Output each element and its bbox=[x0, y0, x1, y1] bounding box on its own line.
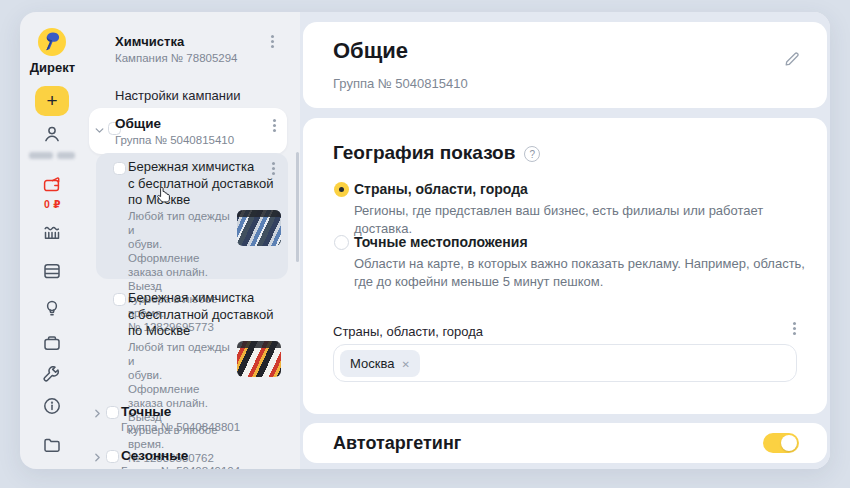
radio-exact-locations[interactable] bbox=[334, 235, 349, 250]
nav-tools-button[interactable] bbox=[42, 366, 62, 386]
ad-menu-button[interactable] bbox=[266, 160, 280, 176]
autotargeting-title: Автотаргетинг bbox=[333, 433, 461, 454]
nav-library-button[interactable] bbox=[42, 435, 62, 455]
nav-rail: Директ 0 ₽ bbox=[20, 12, 85, 469]
nav-recommendations-button[interactable] bbox=[42, 298, 62, 318]
info-icon bbox=[42, 396, 62, 416]
radio-exact-locations-label[interactable]: Точные местоположения bbox=[354, 234, 528, 250]
page-subtitle: Группа № 5040815410 bbox=[333, 76, 468, 91]
region-chip: Москва bbox=[340, 350, 420, 377]
chart-wave-icon bbox=[42, 223, 62, 243]
panel-scrollbar[interactable] bbox=[296, 152, 299, 262]
ad-thumbnail bbox=[237, 341, 281, 377]
nav-info-button[interactable] bbox=[42, 396, 62, 416]
regions-input[interactable]: Москва bbox=[333, 344, 797, 382]
plus-icon bbox=[46, 91, 57, 111]
radio-exact-locations-desc: Области на карте, в которых важно показа… bbox=[354, 255, 824, 291]
group-number: Группа № 5040849104 bbox=[121, 465, 240, 469]
campaign-title: Химчистка bbox=[115, 34, 184, 49]
nav-profile-button[interactable] bbox=[42, 124, 62, 144]
section-title: География показов bbox=[333, 142, 515, 164]
chip-remove-icon[interactable] bbox=[401, 357, 409, 370]
rows-icon bbox=[42, 261, 62, 281]
direct-logo-icon[interactable] bbox=[37, 27, 67, 57]
group-title: Общие bbox=[115, 116, 161, 131]
wallet-icon bbox=[42, 175, 62, 195]
group-header-card: Общие Группа № 5040815410 bbox=[303, 22, 827, 108]
brand-label: Директ bbox=[20, 60, 85, 75]
nav-wallet-button[interactable] bbox=[42, 175, 62, 195]
region-chip-label: Москва bbox=[350, 356, 394, 371]
campaign-number: Кампания № 78805294 bbox=[115, 52, 238, 64]
chevron-right-icon[interactable] bbox=[92, 452, 103, 463]
ad-title[interactable]: Бережная химчистка с бесплатной доставко… bbox=[128, 159, 274, 209]
pencil-icon bbox=[783, 50, 801, 68]
account-name-blurred bbox=[29, 152, 75, 159]
ad-item[interactable]: Бережная химчистка с бесплатной доставко… bbox=[96, 153, 288, 279]
ad-checkbox[interactable] bbox=[113, 293, 126, 306]
regions-field-menu-button[interactable] bbox=[787, 320, 801, 336]
ad-title[interactable]: Бережная химчистка с бесплатной доставко… bbox=[128, 290, 274, 340]
wallet-balance: 0 ₽ bbox=[20, 198, 85, 210]
chevron-down-icon[interactable] bbox=[94, 125, 105, 136]
chevron-right-icon[interactable] bbox=[92, 408, 103, 419]
group-title[interactable]: Сезонные bbox=[121, 448, 188, 463]
direct-logo-glyph bbox=[37, 27, 67, 57]
briefcase-icon bbox=[42, 333, 62, 353]
campaign-panel: Химчистка Кампания № 78805294 Настройки … bbox=[85, 12, 300, 469]
person-icon bbox=[42, 124, 62, 144]
ad-item[interactable]: Бережная химчистка с бесплатной доставко… bbox=[96, 284, 288, 410]
ad-thumbnail bbox=[237, 210, 281, 246]
radio-regions-label[interactable]: Страны, области, города bbox=[354, 181, 528, 197]
group-number: Группа № 5040815410 bbox=[115, 134, 234, 146]
create-campaign-button[interactable] bbox=[35, 86, 69, 116]
autotargeting-toggle[interactable] bbox=[763, 433, 799, 453]
app-window: Директ 0 ₽ bbox=[20, 12, 830, 469]
nav-products-button[interactable] bbox=[42, 333, 62, 353]
group-menu-button[interactable] bbox=[267, 117, 281, 133]
lightbulb-icon bbox=[42, 298, 62, 318]
page-title: Общие bbox=[333, 38, 408, 64]
nav-campaigns-button[interactable] bbox=[42, 261, 62, 281]
radio-regions[interactable] bbox=[334, 182, 349, 197]
group-number: Группа № 5040848801 bbox=[121, 421, 240, 433]
nav-statistics-button[interactable] bbox=[42, 223, 62, 243]
geography-card: География показов Страны, области, город… bbox=[303, 118, 827, 414]
main-content: Общие Группа № 5040815410 География пока… bbox=[300, 12, 830, 469]
autotargeting-card: Автотаргетинг bbox=[303, 423, 827, 463]
group-checkbox[interactable] bbox=[106, 450, 119, 463]
group-item-selected[interactable]: Общие Группа № 5040815410 bbox=[89, 108, 287, 154]
help-icon[interactable] bbox=[524, 146, 540, 162]
regions-field-label: Страны, области, города bbox=[333, 324, 483, 339]
radio-regions-desc: Регионы, где представлен ваш бизнес, ест… bbox=[354, 202, 824, 238]
campaign-settings-link[interactable]: Настройки кампании bbox=[115, 88, 240, 103]
group-checkbox[interactable] bbox=[106, 406, 119, 419]
group-title[interactable]: Точные bbox=[121, 404, 171, 419]
folder-icon bbox=[42, 435, 62, 455]
wrench-icon bbox=[42, 366, 62, 386]
edit-group-button[interactable] bbox=[783, 50, 801, 68]
ad-checkbox[interactable] bbox=[113, 162, 126, 175]
campaign-menu-button[interactable] bbox=[265, 33, 279, 49]
